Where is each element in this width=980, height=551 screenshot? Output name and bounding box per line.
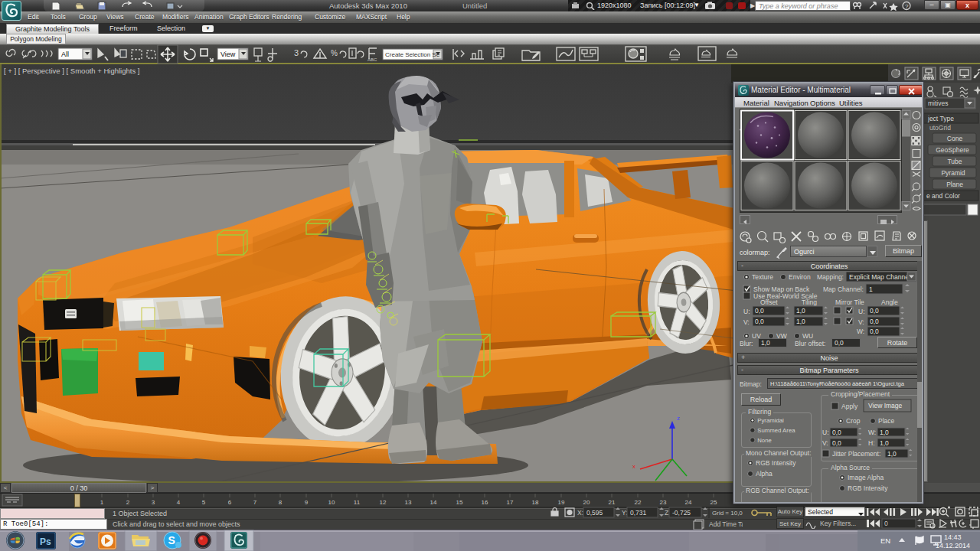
svg-text:[ + ] [ Perspective ] [ Smooth: [ + ] [ Perspective ] [ Smooth + Highlig… [4, 67, 139, 75]
svg-text:Offset: Offset [760, 298, 778, 306]
svg-text:Environ: Environ [789, 273, 811, 281]
svg-text:Create Selection Se: Create Selection Se [385, 51, 440, 58]
svg-text:14:43: 14:43 [944, 533, 962, 541]
svg-text:None: None [757, 437, 772, 444]
svg-text:All: All [61, 51, 69, 58]
svg-text:ABC: ABC [368, 57, 377, 62]
svg-text:utoGrid: utoGrid [929, 124, 951, 132]
svg-text:14: 14 [430, 499, 437, 506]
svg-text:Place: Place [878, 417, 895, 425]
svg-text:-0,725: -0,725 [672, 509, 691, 517]
svg-text:4: 4 [177, 499, 181, 506]
svg-text:1,0: 1,0 [887, 450, 897, 458]
svg-text:9: 9 [305, 499, 309, 506]
svg-text:Y:: Y: [622, 509, 628, 517]
svg-text:Crop: Crop [846, 417, 861, 425]
svg-text:Tiling: Tiling [802, 298, 817, 306]
svg-text:8: 8 [279, 499, 283, 506]
svg-text:WU: WU [802, 332, 813, 340]
svg-text:e and Color: e and Color [926, 192, 960, 200]
svg-text:Ps: Ps [40, 536, 51, 547]
svg-text:0,731: 0,731 [630, 509, 647, 517]
svg-text:W:: W: [868, 429, 876, 436]
svg-text:Explicit Map Channel: Explicit Map Channel [849, 273, 910, 281]
svg-text:Grid = 10,0: Grid = 10,0 [712, 510, 743, 517]
svg-text:21: 21 [609, 499, 616, 506]
svg-text:0,0: 0,0 [870, 318, 879, 325]
svg-text:Add Time Tag: Add Time Tag [709, 520, 743, 528]
svg-text:3: 3 [152, 499, 155, 506]
svg-text:0,0: 0,0 [832, 439, 841, 447]
svg-text:18: 18 [532, 499, 539, 506]
svg-text:0,0: 0,0 [832, 429, 841, 436]
svg-text:3: 3 [294, 48, 299, 57]
svg-text:EN: EN [880, 536, 890, 545]
svg-text:17: 17 [507, 499, 514, 506]
svg-text:View Image: View Image [868, 402, 903, 409]
svg-text:V:: V: [743, 318, 750, 326]
svg-text:H:: H: [868, 439, 875, 447]
svg-text:Mapping:: Mapping: [817, 273, 844, 281]
svg-text:22: 22 [635, 499, 642, 506]
svg-text:U:: U: [743, 308, 750, 315]
svg-text:Pyramid: Pyramid [941, 169, 965, 177]
svg-text:0,0: 0,0 [755, 318, 764, 325]
svg-text:Map Channel:: Map Channel: [823, 285, 864, 293]
svg-text:Texture: Texture [752, 273, 773, 281]
svg-text:13: 13 [405, 499, 412, 506]
svg-text:12: 12 [380, 499, 387, 506]
svg-text:Cone: Cone [947, 135, 963, 142]
svg-text:Plane: Plane [946, 181, 963, 188]
svg-text:%: % [331, 49, 338, 57]
svg-text:0,0: 0,0 [870, 328, 879, 335]
svg-text:Mirror Tile: Mirror Tile [835, 298, 864, 306]
svg-text:1,0: 1,0 [796, 307, 805, 315]
svg-text:Jitter Placement:: Jitter Placement: [832, 450, 880, 458]
svg-text:x: x [632, 463, 635, 470]
svg-text:ject Type: ject Type [927, 115, 954, 122]
svg-text:V:: V: [858, 318, 864, 326]
svg-text:Image Alpha: Image Alpha [848, 474, 884, 481]
svg-text:23: 23 [660, 499, 667, 506]
svg-text:1: 1 [100, 499, 104, 506]
svg-text:1: 1 [869, 285, 873, 293]
svg-text:15: 15 [456, 499, 463, 506]
svg-text:2: 2 [126, 499, 130, 506]
svg-text:6: 6 [228, 499, 232, 506]
svg-text:10: 10 [328, 499, 335, 506]
svg-text:Tube: Tube [947, 158, 962, 165]
svg-text:14.12.2014: 14.12.2014 [936, 542, 970, 549]
svg-text:Pyramidal: Pyramidal [757, 417, 784, 424]
svg-text:S: S [168, 534, 175, 546]
svg-text:24: 24 [685, 499, 692, 506]
svg-text:View: View [220, 51, 236, 58]
svg-text:16: 16 [482, 499, 488, 506]
svg-text:Angle: Angle [881, 298, 898, 306]
svg-text:X:: X: [577, 509, 583, 517]
svg-text:?: ? [905, 3, 909, 10]
svg-text:5: 5 [202, 499, 206, 506]
svg-text:1,0: 1,0 [880, 429, 889, 436]
svg-text:7: 7 [253, 499, 257, 506]
svg-text:RGB Intensity: RGB Intensity [848, 484, 888, 492]
svg-text:U:: U: [858, 308, 865, 315]
svg-text:1,0: 1,0 [880, 439, 889, 447]
svg-text:19: 19 [558, 499, 565, 506]
svg-text:GeoSphere: GeoSphere [936, 146, 969, 154]
svg-text:25: 25 [710, 499, 717, 506]
svg-text:11: 11 [354, 499, 361, 506]
svg-text:1,0: 1,0 [796, 318, 805, 325]
svg-text:Apply: Apply [841, 403, 858, 410]
svg-text:0,595: 0,595 [586, 509, 603, 517]
svg-text:20: 20 [583, 499, 590, 506]
svg-text:z: z [677, 415, 680, 422]
svg-text:0,0: 0,0 [870, 307, 879, 315]
svg-text:V:: V: [822, 439, 828, 447]
svg-text:W:: W: [857, 328, 864, 335]
svg-text:Summed Area: Summed Area [757, 427, 795, 434]
svg-text:0: 0 [884, 520, 888, 527]
svg-text:RGB Intensity: RGB Intensity [756, 459, 796, 467]
svg-text:U:: U: [822, 429, 829, 436]
svg-text:0,0: 0,0 [755, 307, 764, 315]
svg-text:Alpha: Alpha [756, 470, 773, 478]
